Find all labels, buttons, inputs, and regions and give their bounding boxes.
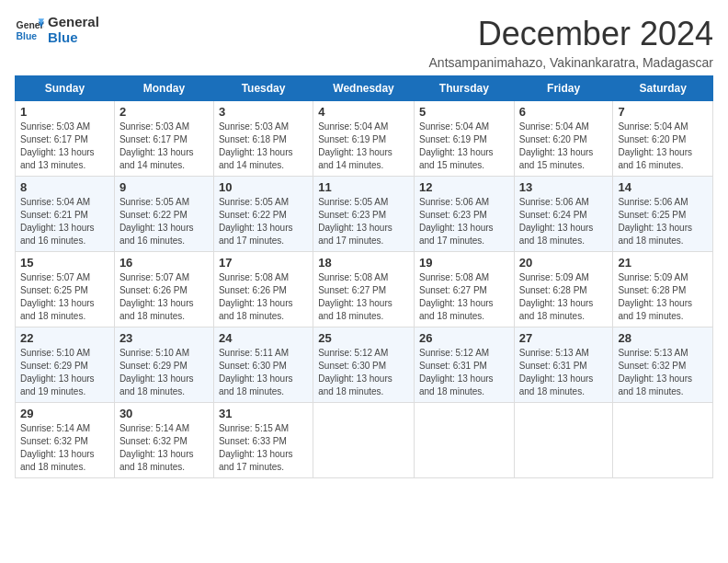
day-number: 14 [618,180,708,194]
day-info: Sunrise: 5:04 AM Sunset: 6:19 PM Dayligh… [318,121,409,172]
calendar-day-28: 28Sunrise: 5:13 AM Sunset: 6:32 PM Dayli… [613,327,713,403]
calendar-header: SundayMondayTuesdayWednesdayThursdayFrid… [16,76,713,101]
col-header-saturday: Saturday [613,76,713,101]
day-number: 24 [219,331,308,345]
day-info: Sunrise: 5:03 AM Sunset: 6:17 PM Dayligh… [119,121,209,172]
day-number: 3 [219,105,308,119]
calendar-day-4: 4Sunrise: 5:04 AM Sunset: 6:19 PM Daylig… [313,101,415,177]
day-info: Sunrise: 5:15 AM Sunset: 6:33 PM Dayligh… [219,422,308,474]
day-number: 9 [119,180,209,194]
calendar-day-21: 21Sunrise: 5:09 AM Sunset: 6:28 PM Dayli… [613,252,713,327]
day-info: Sunrise: 5:10 AM Sunset: 6:29 PM Dayligh… [20,347,109,398]
calendar-day-16: 16Sunrise: 5:07 AM Sunset: 6:26 PM Dayli… [114,252,213,327]
day-number: 11 [318,180,409,194]
day-number: 1 [20,105,109,119]
empty-cell [514,403,613,478]
day-number: 12 [419,180,509,194]
calendar-day-19: 19Sunrise: 5:08 AM Sunset: 6:27 PM Dayli… [414,252,514,327]
day-info: Sunrise: 5:03 AM Sunset: 6:18 PM Dayligh… [219,121,308,172]
day-info: Sunrise: 5:14 AM Sunset: 6:32 PM Dayligh… [119,422,209,474]
calendar-day-14: 14Sunrise: 5:06 AM Sunset: 6:25 PM Dayli… [613,177,713,252]
day-number: 23 [119,331,209,345]
day-info: Sunrise: 5:08 AM Sunset: 6:27 PM Dayligh… [419,271,509,323]
day-info: Sunrise: 5:06 AM Sunset: 6:25 PM Dayligh… [618,196,708,247]
logo-text: General Blue [48,15,99,45]
calendar-day-10: 10Sunrise: 5:05 AM Sunset: 6:22 PM Dayli… [213,177,313,252]
day-info: Sunrise: 5:04 AM Sunset: 6:20 PM Dayligh… [618,121,708,172]
day-info: Sunrise: 5:05 AM Sunset: 6:22 PM Dayligh… [219,196,308,247]
calendar-day-31: 31Sunrise: 5:15 AM Sunset: 6:33 PM Dayli… [213,403,313,478]
day-number: 15 [20,256,109,270]
day-number: 20 [519,256,609,270]
empty-cell [414,403,514,478]
calendar-day-7: 7Sunrise: 5:04 AM Sunset: 6:20 PM Daylig… [613,101,713,177]
day-number: 28 [618,331,708,345]
col-header-thursday: Thursday [414,76,514,101]
calendar-day-12: 12Sunrise: 5:06 AM Sunset: 6:23 PM Dayli… [414,177,514,252]
calendar-week-5: 29Sunrise: 5:14 AM Sunset: 6:32 PM Dayli… [16,403,713,478]
day-number: 31 [219,407,308,420]
day-number: 19 [419,256,509,270]
day-number: 4 [318,105,409,119]
calendar-day-8: 8Sunrise: 5:04 AM Sunset: 6:21 PM Daylig… [16,177,115,252]
calendar-day-24: 24Sunrise: 5:11 AM Sunset: 6:30 PM Dayli… [213,327,313,403]
col-header-tuesday: Tuesday [213,76,313,101]
day-info: Sunrise: 5:11 AM Sunset: 6:30 PM Dayligh… [219,347,308,398]
calendar-day-27: 27Sunrise: 5:13 AM Sunset: 6:31 PM Dayli… [514,327,613,403]
day-number: 25 [318,331,409,345]
day-number: 2 [119,105,209,119]
col-header-monday: Monday [114,76,213,101]
logo: General Blue General Blue [15,15,99,45]
day-info: Sunrise: 5:13 AM Sunset: 6:32 PM Dayligh… [618,347,708,398]
empty-cell [613,403,713,478]
calendar-week-4: 22Sunrise: 5:10 AM Sunset: 6:29 PM Dayli… [16,327,713,403]
day-number: 21 [618,256,708,270]
day-info: Sunrise: 5:06 AM Sunset: 6:23 PM Dayligh… [419,196,509,247]
col-header-wednesday: Wednesday [313,76,415,101]
day-number: 27 [519,331,609,345]
day-number: 16 [119,256,209,270]
calendar-day-15: 15Sunrise: 5:07 AM Sunset: 6:25 PM Dayli… [16,252,115,327]
calendar-day-20: 20Sunrise: 5:09 AM Sunset: 6:28 PM Dayli… [514,252,613,327]
day-info: Sunrise: 5:08 AM Sunset: 6:26 PM Dayligh… [219,271,308,323]
empty-cell [313,403,415,478]
day-number: 5 [419,105,509,119]
calendar-day-9: 9Sunrise: 5:05 AM Sunset: 6:22 PM Daylig… [114,177,213,252]
calendar-day-18: 18Sunrise: 5:08 AM Sunset: 6:27 PM Dayli… [313,252,415,327]
day-number: 8 [20,180,109,194]
day-info: Sunrise: 5:04 AM Sunset: 6:21 PM Dayligh… [20,196,109,247]
day-number: 22 [20,331,109,345]
day-info: Sunrise: 5:10 AM Sunset: 6:29 PM Dayligh… [119,347,209,398]
month-title: December 2024 [429,15,713,53]
day-number: 7 [618,105,708,119]
calendar-week-2: 8Sunrise: 5:04 AM Sunset: 6:21 PM Daylig… [16,177,713,252]
title-block: December 2024 Antsampanimahazo, Vakinank… [429,15,713,70]
calendar-day-25: 25Sunrise: 5:12 AM Sunset: 6:30 PM Dayli… [313,327,415,403]
calendar-day-13: 13Sunrise: 5:06 AM Sunset: 6:24 PM Dayli… [514,177,613,252]
day-number: 13 [519,180,609,194]
day-info: Sunrise: 5:13 AM Sunset: 6:31 PM Dayligh… [519,347,609,398]
calendar-day-17: 17Sunrise: 5:08 AM Sunset: 6:26 PM Dayli… [213,252,313,327]
day-number: 6 [519,105,609,119]
day-number: 26 [419,331,509,345]
calendar-day-29: 29Sunrise: 5:14 AM Sunset: 6:32 PM Dayli… [16,403,115,478]
day-number: 17 [219,256,308,270]
calendar-day-23: 23Sunrise: 5:10 AM Sunset: 6:29 PM Dayli… [114,327,213,403]
calendar-day-11: 11Sunrise: 5:05 AM Sunset: 6:23 PM Dayli… [313,177,415,252]
day-info: Sunrise: 5:03 AM Sunset: 6:17 PM Dayligh… [20,121,109,172]
calendar-day-2: 2Sunrise: 5:03 AM Sunset: 6:17 PM Daylig… [114,101,213,177]
day-info: Sunrise: 5:12 AM Sunset: 6:31 PM Dayligh… [419,347,509,398]
calendar-day-5: 5Sunrise: 5:04 AM Sunset: 6:19 PM Daylig… [414,101,514,177]
day-info: Sunrise: 5:04 AM Sunset: 6:20 PM Dayligh… [519,121,609,172]
page-header: General Blue General Blue December 2024 … [15,15,713,70]
calendar-week-1: 1Sunrise: 5:03 AM Sunset: 6:17 PM Daylig… [16,101,713,177]
day-info: Sunrise: 5:14 AM Sunset: 6:32 PM Dayligh… [20,422,109,474]
calendar-day-30: 30Sunrise: 5:14 AM Sunset: 6:32 PM Dayli… [114,403,213,478]
day-info: Sunrise: 5:05 AM Sunset: 6:22 PM Dayligh… [119,196,209,247]
day-info: Sunrise: 5:12 AM Sunset: 6:30 PM Dayligh… [318,347,409,398]
col-header-friday: Friday [514,76,613,101]
day-number: 10 [219,180,308,194]
day-info: Sunrise: 5:09 AM Sunset: 6:28 PM Dayligh… [519,271,609,323]
day-number: 18 [318,256,409,270]
col-header-sunday: Sunday [16,76,115,101]
